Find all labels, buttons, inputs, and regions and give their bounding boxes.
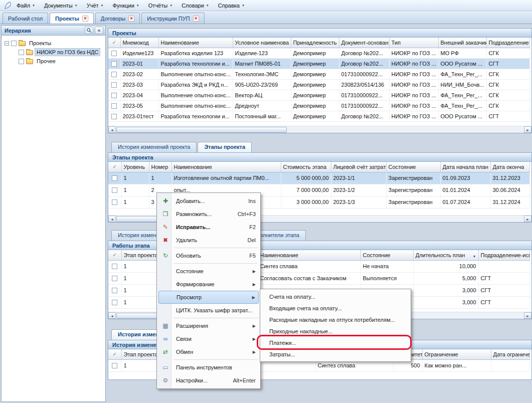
menu-item[interactable]: Приходные накладные...	[262, 325, 409, 337]
menubar-item[interactable]: Файл▼	[12, 1, 40, 10]
scroll-left-icon[interactable]: ◄	[108, 216, 116, 222]
table-row[interactable]: 2023-01тестРазработка технологии и...Пос…	[108, 111, 529, 121]
scroll-left-icon[interactable]: ◄	[108, 312, 116, 319]
table-row[interactable]: 2023-01Разработка технологии и...Магнит …	[108, 58, 529, 69]
scroll-right-icon[interactable]: ►	[524, 216, 531, 222]
column-header[interactable]: Принадлежность	[291, 38, 339, 48]
tab-item[interactable]: Рабочий стол	[3, 13, 48, 24]
column-header[interactable]: Лицевой счёт затрат	[331, 162, 386, 172]
tab-close-icon[interactable]: ×	[128, 16, 134, 22]
column-header[interactable]: Состояние	[386, 162, 440, 172]
scroll-thumb[interactable]	[116, 127, 287, 133]
column-header[interactable]: Состояние	[361, 250, 413, 260]
menubar-item[interactable]: Отчёты▼	[144, 1, 177, 10]
row-checkbox[interactable]	[108, 172, 121, 184]
column-header[interactable]: Дата начала план	[440, 162, 490, 172]
tab-close-icon[interactable]: ×	[193, 16, 199, 22]
menu-item[interactable]: ▭Панель инструментов	[158, 361, 259, 374]
tree-item[interactable]: −Проекты	[2, 39, 105, 48]
menu-item[interactable]: ⇄Обмен▶	[158, 345, 259, 358]
column-header[interactable]: Наименование	[171, 162, 281, 172]
scroll-right-icon[interactable]: ►	[524, 126, 531, 133]
tree-expander-icon[interactable]: −	[5, 41, 9, 46]
column-header[interactable]: Наименование	[258, 250, 361, 260]
scroll-left-icon[interactable]: ◄	[108, 126, 116, 133]
column-header[interactable]: Внешний заказчик	[438, 38, 486, 48]
column-header[interactable]: Условное наименова	[233, 38, 291, 48]
menu-item[interactable]: Состояние▶	[158, 265, 259, 278]
row-checkbox[interactable]	[108, 58, 120, 69]
table-row[interactable]: 11Изготовление опытной партии ПМ0...5 00…	[108, 172, 529, 184]
table-row[interactable]: 2023-03Разработка ЭКД и РКД н...905-U020…	[108, 79, 529, 90]
menu-item[interactable]: Просмотр▶	[158, 291, 259, 304]
scroll-right-icon[interactable]: ►	[524, 312, 531, 319]
check-column-header[interactable]: ✓	[108, 162, 121, 172]
tab-item[interactable]: Договоры×	[95, 13, 140, 24]
column-header[interactable]: Мнемокод	[120, 38, 158, 48]
check-column-header[interactable]: ✓	[108, 250, 121, 260]
tab-close-icon[interactable]: ×	[82, 16, 88, 22]
tab-item[interactable]: Этапы проекта	[198, 142, 252, 152]
menu-item[interactable]: Формирование▶	[158, 278, 259, 291]
check-column-header[interactable]: ✓	[108, 38, 120, 48]
row-checkbox[interactable]	[108, 272, 121, 284]
row-checkbox[interactable]	[108, 48, 120, 58]
column-header[interactable]: Наименование	[158, 38, 233, 48]
row-checkbox[interactable]	[108, 284, 121, 296]
menu-item[interactable]: ✖УдалитьDel	[158, 234, 259, 247]
tree-checkbox[interactable]	[19, 59, 24, 64]
menu-item[interactable]: ↻ОбновитьF5	[158, 249, 259, 262]
tab-item[interactable]: Проекты×	[50, 13, 94, 24]
menubar-item[interactable]: Учёт▼	[82, 1, 108, 10]
table-row[interactable]: 2023-04Выполнение опытно-конс...Вектор-А…	[108, 90, 529, 100]
column-header[interactable]: Дата оконча	[490, 162, 529, 172]
tab-item[interactable]: История изменений проекта	[111, 142, 197, 152]
row-checkbox[interactable]	[108, 79, 120, 90]
menu-item[interactable]: ✚Добавить...Ins	[158, 194, 259, 208]
menu-item[interactable]: ЦИТК. Указать шифр затрат...	[158, 304, 259, 317]
column-header[interactable]: Подразделение-исп	[478, 250, 529, 260]
column-header[interactable]: Длительность план▼	[413, 250, 478, 260]
find-button[interactable]	[85, 27, 93, 34]
column-header[interactable]: Документ-основан	[339, 38, 389, 48]
menu-item[interactable]: ❐Размножить...Ctrl+F3	[158, 208, 259, 221]
row-checkbox[interactable]	[108, 296, 121, 308]
menu-item[interactable]: ✎Исправить...F2	[158, 221, 259, 234]
menubar-item[interactable]: Документы▼	[40, 1, 82, 10]
tab-item[interactable]: Инструкции ПУП×	[141, 13, 204, 24]
menu-item[interactable]: ⚙Настройки...Alt+Enter	[158, 374, 259, 387]
row-checkbox[interactable]	[108, 184, 121, 196]
menu-item[interactable]: Расходные накладные на отпуск потребител…	[262, 314, 409, 325]
menu-item[interactable]: Затраты...	[262, 348, 409, 360]
collapse-sidebar-button[interactable]: «	[95, 27, 103, 34]
menu-item[interactable]: Счета на оплату...	[262, 291, 409, 302]
menu-item[interactable]: ▦Расширения▶	[158, 319, 259, 332]
table-row[interactable]: Изделие123Разработка изделия 123Изделие-…	[108, 48, 529, 58]
tree-item[interactable]: Прочее	[2, 57, 105, 66]
row-checkbox[interactable]	[108, 196, 121, 208]
row-checkbox[interactable]	[108, 100, 120, 111]
check-column-header[interactable]: ✓	[108, 349, 121, 359]
menu-item[interactable]: Входящие счета на оплату...	[262, 302, 409, 314]
tree-checkbox[interactable]	[11, 41, 17, 46]
row-checkbox[interactable]	[108, 260, 121, 272]
column-header[interactable]: Дата ограничен	[491, 349, 529, 359]
column-header[interactable]: Подразделение	[486, 38, 529, 48]
menubar-item[interactable]: Словари▼	[177, 1, 214, 10]
column-header[interactable]: Ограничение	[422, 349, 491, 359]
row-checkbox[interactable]	[108, 69, 120, 79]
menu-item[interactable]: Платежи...	[262, 337, 409, 348]
projects-hscrollbar[interactable]: ◄ ►	[108, 126, 531, 133]
row-checkbox[interactable]	[108, 359, 121, 371]
column-header[interactable]: Номер	[149, 162, 171, 172]
column-header[interactable]: Стоимость этапа	[281, 162, 331, 172]
menubar-item[interactable]: Функции▼	[108, 1, 143, 10]
tree-checkbox[interactable]	[19, 50, 24, 55]
table-row[interactable]: 2023-05Выполнение опытно-конс...Дредноут…	[108, 100, 529, 111]
column-header[interactable]: Уровень	[121, 162, 149, 172]
row-checkbox[interactable]	[108, 111, 120, 121]
menu-item[interactable]: ∞Связи▶	[158, 332, 259, 345]
tree-item[interactable]: НИОКР по ГОЗ без НДС	[2, 48, 105, 57]
menubar-item[interactable]: Справка▼	[214, 1, 249, 10]
column-header[interactable]: Тип	[389, 38, 438, 48]
